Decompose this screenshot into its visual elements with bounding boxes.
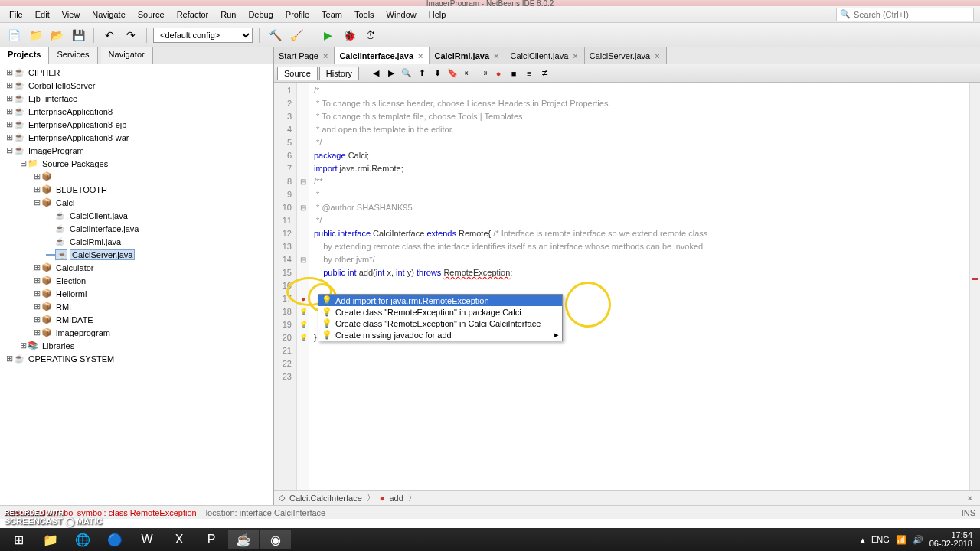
menu-view[interactable]: View [56, 8, 87, 21]
tree-item[interactable]: ⊞CIPHER [2, 66, 272, 79]
comment-icon[interactable]: ≡ [522, 67, 536, 80]
breadcrumb-class[interactable]: Calci.CalciInterface [289, 494, 362, 503]
profile-button[interactable]: ⏱ [361, 26, 380, 44]
expander-icon[interactable]: ⊞ [32, 171, 41, 181]
expander-icon[interactable]: ⊞ [5, 132, 14, 142]
word-button[interactable]: W [132, 530, 162, 549]
error-marker[interactable] [972, 278, 978, 280]
system-tray[interactable]: ▴ ENG 📶 🔊 17:54 06-02-2018 [861, 531, 977, 548]
close-icon[interactable]: × [416, 51, 424, 60]
clean-build-button[interactable]: 🧹 [287, 26, 305, 44]
tray-network-icon[interactable]: 📶 [896, 535, 906, 545]
tree-item[interactable]: ⊞RMIDATE [2, 313, 272, 326]
tree-item[interactable]: ⊞Election [2, 274, 272, 287]
breadcrumb-method[interactable]: add [389, 494, 403, 503]
menu-help[interactable]: Help [423, 8, 452, 21]
expander-icon[interactable]: ⊞ [32, 315, 41, 324]
expander-icon[interactable]: ⊞ [32, 262, 41, 272]
quickfix-popup[interactable]: 💡Add import for java.rmi.RemoteException… [318, 294, 563, 341]
run-config-select[interactable]: <default config> [153, 28, 253, 43]
search-input[interactable] [854, 10, 970, 19]
search-box[interactable]: 🔍 [836, 8, 974, 21]
tree-item[interactable]: ⊞Calculator [2, 261, 272, 274]
toggle-bookmark-icon[interactable]: 🔖 [446, 67, 459, 80]
excel-button[interactable]: X [164, 530, 194, 549]
tree-item[interactable]: ⊞EnterpriseApplication8-war [2, 131, 272, 144]
tray-chevron-up-icon[interactable]: ▴ [861, 535, 865, 545]
quickfix-item[interactable]: 💡Create missing javadoc for add▸ [318, 329, 562, 341]
source-view-button[interactable]: Source [277, 67, 318, 80]
tree-item[interactable]: ⊞OPERATING SYSTEM [2, 352, 272, 365]
new-file-button[interactable]: 📄 [5, 26, 23, 44]
tree-item[interactable]: CalciRmi.java [2, 235, 272, 248]
start-button[interactable]: ⊞ [3, 530, 34, 549]
menu-team[interactable]: Team [315, 8, 348, 21]
redo-button[interactable]: ↷ [122, 26, 140, 44]
close-icon[interactable]: × [322, 51, 329, 60]
glyph-margin[interactable] [297, 83, 309, 490]
expander-icon[interactable]: ⊞ [32, 276, 41, 285]
shift-right-icon[interactable]: ⇥ [476, 67, 490, 80]
vertical-scrollbar[interactable] [969, 83, 980, 490]
expander-icon[interactable]: ⊞ [5, 93, 14, 103]
expander-icon[interactable]: ⊞ [32, 302, 41, 311]
history-view-button[interactable]: History [319, 67, 359, 80]
tree-item[interactable]: ⊞ [2, 170, 272, 183]
services-tab[interactable]: Services [49, 47, 97, 64]
expander-icon[interactable]: ⊟ [18, 158, 28, 168]
menu-navigate[interactable]: Navigate [86, 8, 131, 21]
expander-icon[interactable]: ⊞ [32, 184, 41, 194]
expander-icon[interactable]: ⊟ [32, 197, 41, 207]
tree-item[interactable]: ⊞EnterpriseApplication8-ejb [2, 118, 272, 131]
editor-tab[interactable]: CalciRmi.java× [430, 47, 505, 64]
menu-refactor[interactable]: Refactor [171, 8, 215, 21]
screencast-button[interactable]: ◉ [260, 530, 291, 549]
chrome-button[interactable]: 🔵 [100, 530, 130, 549]
code-content[interactable]: /* * To change this license header, choo… [309, 83, 980, 490]
editor-tab[interactable]: CalciClient.java× [505, 47, 584, 64]
expander-icon[interactable]: ⊞ [32, 328, 41, 337]
macro-start-icon[interactable]: ● [492, 67, 505, 80]
menu-source[interactable]: Source [132, 8, 171, 21]
tree-item[interactable]: ⊞RMI [2, 300, 272, 313]
menu-file[interactable]: File [3, 8, 29, 21]
tree-item[interactable]: CalciServer.java [2, 248, 272, 261]
prev-bookmark-icon[interactable]: ⬆ [415, 67, 429, 80]
macro-stop-icon[interactable]: ■ [507, 67, 521, 80]
tree-item[interactable]: ⊞EnterpriseApplication8 [2, 105, 272, 118]
expander-icon[interactable]: ⊞ [5, 67, 14, 77]
open-button[interactable]: 📂 [47, 26, 66, 44]
menu-debug[interactable]: Debug [242, 8, 279, 21]
tree-item[interactable]: ⊟Source Packages [2, 157, 272, 170]
code-editor[interactable]: 1234567891011121314151617181920212223 /*… [274, 83, 980, 490]
menu-tools[interactable]: Tools [348, 8, 381, 21]
netbeans-button[interactable]: ☕ [228, 530, 259, 549]
expander-icon[interactable]: ⊞ [5, 106, 14, 116]
expander-icon[interactable]: ⊞ [18, 341, 28, 350]
windows-taskbar[interactable]: ⊞ 📁 🌐 🔵 W X P ☕ ◉ ▴ ENG 📶 🔊 17:54 06-02-… [0, 528, 980, 551]
menu-profile[interactable]: Profile [279, 8, 315, 21]
tray-language[interactable]: ENG [871, 535, 890, 544]
menu-run[interactable]: Run [214, 8, 242, 21]
tree-item[interactable]: ⊟Calci [2, 196, 272, 209]
nav-back-icon[interactable]: ◀ [369, 67, 383, 80]
debug-button[interactable]: 🐞 [340, 26, 358, 44]
minimize-panel-icon[interactable]: — [260, 66, 271, 78]
navigator-tab[interactable]: Navigator [101, 47, 153, 64]
tray-volume-icon[interactable]: 🔊 [913, 535, 923, 545]
run-project-button[interactable]: ▶ [318, 26, 337, 44]
breadcrumb-close-icon[interactable]: × [968, 494, 972, 503]
powerpoint-button[interactable]: P [196, 530, 227, 549]
close-icon[interactable]: × [653, 51, 661, 60]
projects-tab[interactable]: Projects [0, 47, 49, 64]
next-bookmark-icon[interactable]: ⬇ [430, 67, 444, 80]
shift-left-icon[interactable]: ⇤ [461, 67, 475, 80]
quickfix-item[interactable]: 💡Create class "RemoteException" in packa… [318, 306, 562, 318]
editor-tab[interactable]: CalciServer.java× [585, 47, 667, 64]
expander-icon[interactable]: ⊞ [5, 354, 14, 364]
tree-item[interactable]: CalciClient.java [2, 209, 272, 222]
tree-item[interactable]: ⊟ImageProgram [2, 144, 272, 157]
close-icon[interactable]: × [492, 51, 500, 60]
undo-button[interactable]: ↶ [100, 26, 119, 44]
expander-icon[interactable]: ⊞ [5, 119, 14, 129]
